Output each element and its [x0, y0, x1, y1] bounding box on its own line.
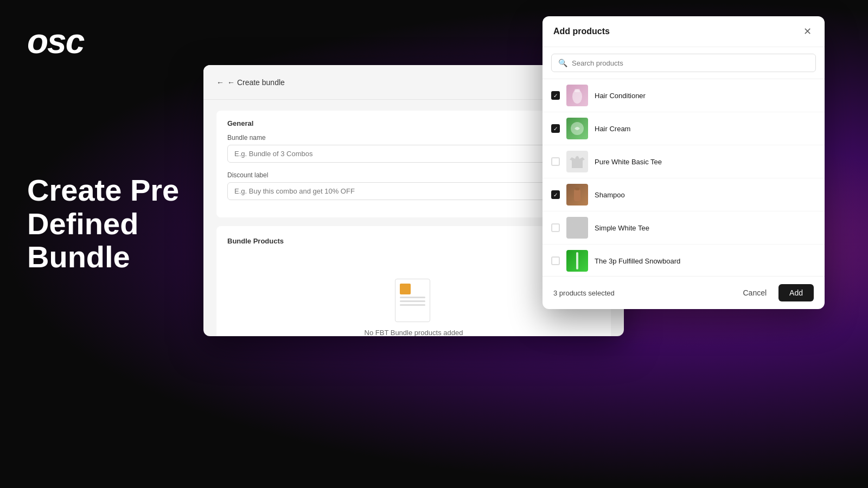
product-checkbox-pure-white-tee[interactable]	[551, 157, 560, 166]
product-checkbox-snowboard-3p[interactable]	[551, 256, 560, 265]
svg-rect-4	[574, 189, 580, 201]
svg-rect-6	[576, 252, 578, 269]
footer-actions: Cancel Add	[736, 284, 814, 301]
product-thumbnail-hair-cream	[566, 118, 588, 139]
modal-header: Add products ✕	[542, 16, 825, 47]
product-item-hair-conditioner[interactable]: Hair Conditioner	[542, 79, 825, 112]
add-products-modal: Add products ✕ 🔍 Hair ConditionerHair Cr…	[542, 16, 825, 309]
product-item-shampoo[interactable]: Shampoo	[542, 178, 825, 211]
product-item-simple-white-tee[interactable]: Simple White Tee	[542, 211, 825, 245]
product-checkbox-shampoo[interactable]	[551, 190, 560, 199]
product-name-hair-cream: Hair Cream	[595, 125, 630, 133]
product-checkbox-simple-white-tee[interactable]	[551, 223, 560, 232]
modal-overlay: Add products ✕ 🔍 Hair ConditionerHair Cr…	[0, 0, 868, 488]
product-item-pure-white-tee[interactable]: Pure White Basic Tee	[542, 145, 825, 178]
modal-title: Add products	[553, 27, 610, 36]
search-icon: 🔍	[558, 59, 567, 67]
products-list: Hair ConditionerHair CreamPure White Bas…	[542, 79, 825, 276]
product-checkbox-hair-conditioner[interactable]	[551, 91, 560, 100]
search-container: 🔍	[542, 47, 825, 79]
svg-rect-5	[575, 188, 579, 190]
product-item-snowboard-3p[interactable]: The 3p Fulfilled Snowboard	[542, 245, 825, 276]
add-button[interactable]: Add	[778, 284, 814, 301]
search-input[interactable]	[572, 59, 809, 67]
product-name-pure-white-tee: Pure White Basic Tee	[595, 158, 662, 166]
product-thumbnail-snowboard-3p	[566, 250, 588, 272]
selected-count: 3 products selected	[553, 289, 615, 297]
product-thumbnail-shampoo	[566, 184, 588, 206]
product-item-hair-cream[interactable]: Hair Cream	[542, 112, 825, 145]
search-box: 🔍	[551, 54, 816, 72]
cancel-button[interactable]: Cancel	[736, 284, 773, 301]
product-name-hair-conditioner: Hair Conditioner	[595, 92, 646, 100]
product-name-snowboard-3p: The 3p Fulfilled Snowboard	[595, 257, 680, 265]
product-thumbnail-hair-conditioner	[566, 85, 588, 106]
svg-rect-2	[575, 89, 580, 92]
product-thumbnail-simple-white-tee	[566, 217, 588, 239]
product-name-simple-white-tee: Simple White Tee	[595, 224, 649, 232]
product-thumbnail-pure-white-tee	[566, 151, 588, 172]
product-name-shampoo: Shampoo	[595, 191, 625, 199]
modal-close-button[interactable]: ✕	[801, 25, 814, 38]
modal-footer: 3 products selected Cancel Add	[542, 276, 825, 309]
product-checkbox-hair-cream[interactable]	[551, 124, 560, 133]
